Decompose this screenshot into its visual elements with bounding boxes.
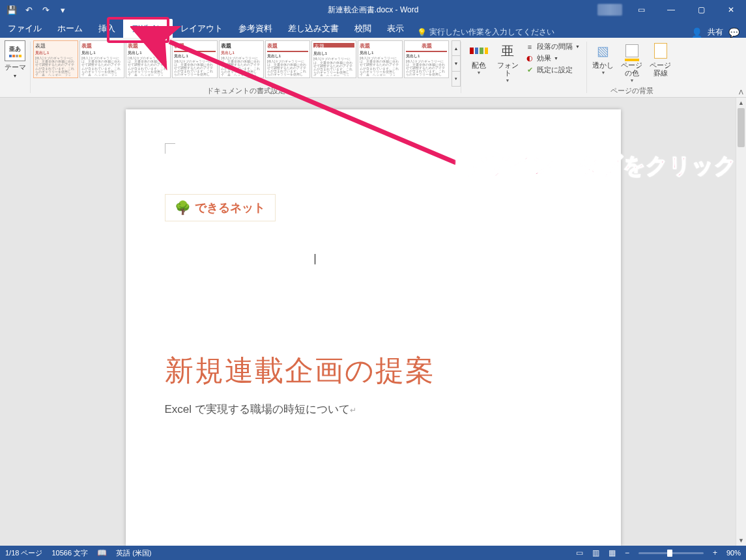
- zoom-in-icon[interactable]: +: [713, 548, 717, 557]
- ribbon-tabs: ファイル ホーム 挿入 デザイン レイアウト 参考資料 差し込み文書 校閲 表示…: [0, 20, 746, 38]
- tab-review[interactable]: 校閲: [347, 19, 379, 38]
- comments-icon[interactable]: 💬: [728, 27, 739, 38]
- tab-references[interactable]: 参考資料: [231, 19, 280, 38]
- paragraph-spacing-icon: ≡: [525, 43, 534, 51]
- tell-me-placeholder: 実行したい作業を入力してください: [429, 27, 554, 38]
- colors-button[interactable]: 配色 ▼: [465, 40, 493, 87]
- gallery-down-icon[interactable]: ▼: [452, 56, 460, 71]
- chevron-down-icon: ▼: [601, 70, 605, 75]
- close-icon[interactable]: ✕: [716, 0, 746, 20]
- styleset-body: [挿入]タブのギャラリーには、文書全体の体裁に合わせて調整するためのアイテムが含…: [35, 57, 76, 76]
- themes-dropdown-icon[interactable]: ▼: [13, 74, 18, 78]
- spellcheck-icon[interactable]: 📖: [97, 548, 107, 557]
- redo-icon[interactable]: ↷: [40, 5, 51, 15]
- scroll-thumb[interactable]: [738, 108, 745, 147]
- page-background-group: ▧ 透かし ▼ ページの色 ▼ ページ罫線 ページの背景: [587, 38, 677, 97]
- ribbon-display-icon[interactable]: ▭: [626, 0, 656, 20]
- style-set-item[interactable]: 表題 見出し1 [挿入]タブのギャラリーには、文書全体の体裁に合わせて調整するた…: [79, 40, 124, 78]
- lightbulb-icon: 💡: [417, 28, 427, 37]
- print-layout-icon[interactable]: ▥: [592, 548, 599, 557]
- zoom-out-icon[interactable]: −: [625, 548, 629, 557]
- tab-view[interactable]: 表示: [379, 19, 412, 38]
- save-icon[interactable]: 💾: [7, 5, 17, 15]
- style-set-item[interactable]: 表題 見出し1 [挿入]タブのギャラリーには、文書全体の体裁に合わせて調整するた…: [265, 40, 310, 78]
- page-color-button[interactable]: ページの色 ▼: [618, 40, 646, 87]
- chevron-down-icon: ▼: [554, 56, 558, 61]
- zoom-level[interactable]: 90%: [726, 549, 741, 557]
- maximize-icon[interactable]: ▢: [686, 0, 716, 20]
- themes-button[interactable]: 亜あ: [5, 40, 25, 61]
- logo-tree-icon: 🌳: [175, 200, 191, 216]
- chevron-down-icon: ▼: [506, 78, 510, 83]
- page[interactable]: 🌳 できるネット 新規連載企画の提案 Excel で実現する職場の時短について↵: [126, 109, 621, 546]
- tab-file[interactable]: ファイル: [0, 19, 50, 38]
- tab-mailings[interactable]: 差し込み文書: [280, 19, 347, 38]
- page-color-icon: [623, 42, 641, 60]
- gallery-more-icon[interactable]: ▾: [452, 72, 460, 86]
- window-controls: ▭ — ▢ ✕: [597, 0, 746, 20]
- tab-layout[interactable]: レイアウト: [173, 19, 231, 38]
- style-set-item[interactable]: 表題 見出し1 [挿入]タブのギャラリーには、文書全体の体裁に合わせて調整するた…: [219, 40, 264, 78]
- status-bar: 1/18 ページ 10566 文字 📖 英語 (米国) ▭ ▥ ▦ − + 90…: [0, 546, 746, 560]
- style-set-gallery: 表題 見出し1 [挿入]タブのギャラリーには、文書全体の体裁に合わせて調整するた…: [31, 38, 461, 97]
- status-page[interactable]: 1/18 ページ: [5, 548, 42, 558]
- effects-button[interactable]: ◐ 効果 ▼: [525, 53, 580, 63]
- scroll-up-icon[interactable]: ▲: [736, 98, 746, 108]
- paragraph-spacing-button[interactable]: ≡ 段落の間隔 ▼: [525, 42, 580, 51]
- chevron-down-icon: ▼: [477, 70, 481, 75]
- gallery-up-icon[interactable]: ▲: [452, 41, 460, 56]
- themes-color-bars: [9, 55, 22, 57]
- tab-design[interactable]: デザイン: [123, 19, 173, 38]
- document-subtitle[interactable]: Excel で実現する職場の時短について↵: [165, 402, 582, 417]
- scroll-down-icon[interactable]: ▼: [736, 535, 746, 546]
- style-set-item[interactable]: 表題 見出し1 [挿入]タブのギャラリーには、文書全体の体裁に合わせて調整するた…: [311, 40, 356, 78]
- zoom-slider-knob[interactable]: [667, 550, 672, 557]
- undo-icon[interactable]: ↶: [23, 5, 34, 15]
- style-set-item[interactable]: 表題 見出し1 [挿入]タブのギャラリーには、文書全体の体裁に合わせて調整するた…: [404, 40, 449, 78]
- zoom-slider[interactable]: [638, 552, 704, 554]
- account-blur: [597, 4, 622, 16]
- web-layout-icon[interactable]: ▦: [609, 548, 616, 557]
- styleset-heading: 見出し1: [35, 50, 76, 56]
- style-set-item[interactable]: 表題 見出し1 [挿入]タブのギャラリーには、文書全体の体裁に合わせて調整するた…: [33, 40, 78, 78]
- chevron-down-icon: ▼: [575, 44, 580, 49]
- tab-home[interactable]: ホーム: [50, 19, 91, 38]
- status-word-count[interactable]: 10566 文字: [51, 548, 88, 558]
- collapse-ribbon-icon[interactable]: ᐱ: [739, 89, 743, 96]
- paragraph-mark-icon: ↵: [350, 406, 356, 415]
- read-mode-icon[interactable]: ▭: [576, 548, 583, 557]
- ribbon-design: 亜あ テーマ ▼ 表題 見出し1 [挿入]タブのギャラリーには、文書全体の体裁に…: [0, 38, 746, 98]
- status-language[interactable]: 英語 (米国): [116, 548, 151, 558]
- logo-text: できるネット: [195, 200, 265, 216]
- chevron-down-icon: ▼: [629, 78, 634, 83]
- logo-image: 🌳 できるネット: [165, 194, 276, 221]
- themes-group: 亜あ テーマ ▼: [0, 38, 30, 97]
- gallery-scroll[interactable]: ▲ ▼ ▾: [452, 40, 461, 87]
- style-set-item[interactable]: 表題 見出し1 [挿入]タブのギャラリーには、文書全体の体裁に合わせて調整するた…: [172, 40, 217, 78]
- fonts-button[interactable]: 亜 フォント ▼: [494, 40, 521, 87]
- document-title[interactable]: 新規連載企画の提案: [165, 352, 582, 390]
- gallery-group-label: ドキュメントの書式設定: [31, 86, 461, 96]
- margin-corner-mark: [165, 143, 175, 154]
- page-borders-icon: [652, 42, 670, 60]
- page-bg-group-label: ページの背景: [587, 86, 677, 96]
- formatting-group: 配色 ▼ 亜 フォント ▼ ≡ 段落の間隔 ▼ ◐ 効果 ▼ ✔ 既定に設定: [461, 38, 586, 97]
- tab-insert[interactable]: 挿入: [91, 19, 123, 38]
- page-borders-button[interactable]: ページ罫線: [647, 40, 674, 87]
- share-area: 👤 共有 💬: [691, 27, 746, 38]
- themes-label: テーマ: [5, 63, 26, 72]
- effects-icon: ◐: [525, 54, 534, 63]
- vertical-scrollbar[interactable]: ▲ ▼: [736, 98, 746, 546]
- minimize-icon[interactable]: —: [656, 0, 686, 20]
- paragraph-options: ≡ 段落の間隔 ▼ ◐ 効果 ▼ ✔ 既定に設定: [523, 40, 582, 87]
- style-set-item[interactable]: 表題 見出し1 [挿入]タブのギャラリーには、文書全体の体裁に合わせて調整するた…: [358, 40, 403, 78]
- document-area[interactable]: 🌳 できるネット 新規連載企画の提案 Excel で実現する職場の時短について↵: [0, 98, 746, 546]
- themes-aa-icon: 亜あ: [9, 45, 21, 53]
- set-default-button[interactable]: ✔ 既定に設定: [525, 65, 580, 75]
- watermark-button[interactable]: ▧ 透かし ▼: [590, 40, 617, 87]
- user-icon: 👤: [691, 27, 702, 38]
- qat-customize-icon[interactable]: ▾: [57, 5, 68, 15]
- style-set-item[interactable]: 表題 見出し1 [挿入]タブのギャラリーには、文書全体の体裁に合わせて調整するた…: [126, 40, 171, 78]
- share-button[interactable]: 共有: [708, 27, 723, 38]
- tell-me-box[interactable]: 💡 実行したい作業を入力してください: [412, 27, 554, 38]
